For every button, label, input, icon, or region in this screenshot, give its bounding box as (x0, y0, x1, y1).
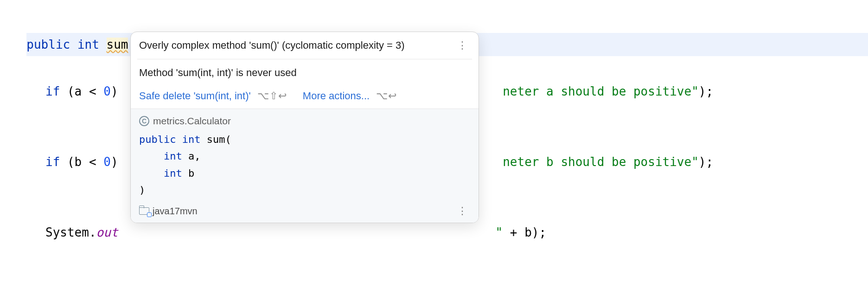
field-out: out (96, 225, 118, 239)
safe-delete-shortcut: ⌥⇧↩ (257, 90, 287, 102)
stmt-end: ); (699, 84, 713, 98)
cond-rest: ) (111, 84, 125, 98)
module-name: java17mvn (153, 206, 198, 217)
stmt-tail: + b); (503, 225, 546, 239)
cond-text: (b < (60, 155, 103, 169)
system-text: System. (45, 225, 96, 239)
action-more[interactable]: More actions... ⌥↩ (303, 90, 397, 102)
inspection-1-text: Overly complex method 'sum()' (cyclomati… (139, 39, 405, 51)
doc-signature: public int sum( int a, int b ) (139, 131, 470, 199)
doc-footer: java17mvn (139, 203, 470, 219)
inspection-2-text: Method 'sum(int, int)' is never used (139, 67, 297, 79)
number-literal: 0 (103, 84, 111, 98)
module-folder-icon (139, 207, 149, 215)
more-actions-shortcut: ⌥↩ (376, 90, 397, 102)
cond-text: (a < (60, 84, 103, 98)
keyword-if: if (45, 155, 60, 169)
code-line-5[interactable]: return a + (12, 291, 868, 295)
keyword-int: int (77, 38, 99, 51)
quick-doc-section: C metrics.Calculator public int sum( int… (131, 109, 479, 223)
safe-delete-link[interactable]: Safe delete 'sum(int, int)' (139, 90, 251, 102)
class-icon: C (139, 116, 149, 126)
string-tail: " (496, 225, 503, 239)
keyword-public: public (26, 38, 70, 51)
module-label[interactable]: java17mvn (139, 206, 198, 217)
keyword-if: if (45, 84, 60, 98)
inspection-popup: Overly complex method 'sum()' (cyclomati… (130, 32, 479, 223)
quick-fix-actions: Safe delete 'sum(int, int)' ⌥⇧↩ More act… (131, 83, 479, 109)
string-tail: neter b should be positive" (503, 155, 699, 169)
kebab-menu-icon[interactable] (455, 39, 470, 51)
inspection-row-1[interactable]: Overly complex method 'sum()' (cyclomati… (139, 38, 470, 53)
stmt-end: ); (699, 155, 713, 169)
string-tail: neter a should be positive" (503, 84, 699, 98)
number-literal: 0 (103, 155, 111, 169)
cond-rest: ) (111, 155, 125, 169)
more-actions-link[interactable]: More actions... (303, 90, 370, 102)
popup-inspections-section-2: Method 'sum(int, int)' is never used (131, 59, 479, 83)
inspection-row-2[interactable]: Method 'sum(int, int)' is never used (139, 65, 470, 81)
doc-qualifier: metrics.Calculator (153, 115, 231, 127)
kebab-menu-icon[interactable] (455, 205, 470, 217)
action-safe-delete[interactable]: Safe delete 'sum(int, int)' ⌥⇧↩ (139, 90, 287, 102)
method-name-highlight[interactable]: sum (107, 38, 128, 51)
doc-header: C metrics.Calculator (139, 115, 470, 127)
code-line-4[interactable]: System.outxxxxxxxxxxxxxxxxxxxxxxxxxxxxxx… (12, 221, 868, 244)
popup-inspections-section: Overly complex method 'sum()' (cyclomati… (131, 32, 479, 59)
